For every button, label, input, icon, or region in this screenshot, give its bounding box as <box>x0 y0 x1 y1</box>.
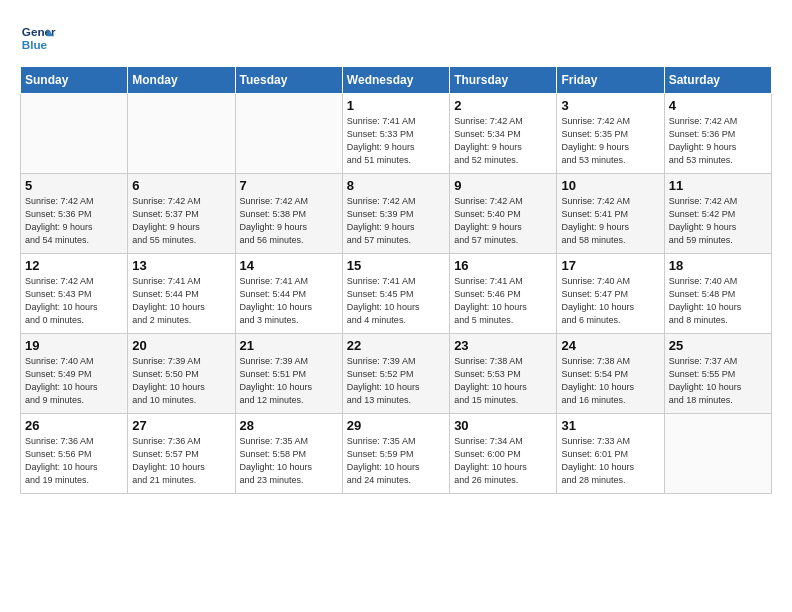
day-number: 11 <box>669 178 767 193</box>
day-info: Sunrise: 7:38 AM Sunset: 5:54 PM Dayligh… <box>561 355 659 407</box>
day-number: 3 <box>561 98 659 113</box>
day-info: Sunrise: 7:41 AM Sunset: 5:46 PM Dayligh… <box>454 275 552 327</box>
calendar-cell: 30Sunrise: 7:34 AM Sunset: 6:00 PM Dayli… <box>450 414 557 494</box>
day-number: 30 <box>454 418 552 433</box>
day-info: Sunrise: 7:36 AM Sunset: 5:56 PM Dayligh… <box>25 435 123 487</box>
day-number: 26 <box>25 418 123 433</box>
day-info: Sunrise: 7:40 AM Sunset: 5:47 PM Dayligh… <box>561 275 659 327</box>
day-info: Sunrise: 7:33 AM Sunset: 6:01 PM Dayligh… <box>561 435 659 487</box>
calendar-cell <box>235 94 342 174</box>
day-number: 17 <box>561 258 659 273</box>
day-info: Sunrise: 7:42 AM Sunset: 5:41 PM Dayligh… <box>561 195 659 247</box>
page-header: General Blue <box>20 20 772 56</box>
day-number: 25 <box>669 338 767 353</box>
day-header-wednesday: Wednesday <box>342 67 449 94</box>
day-number: 6 <box>132 178 230 193</box>
day-info: Sunrise: 7:35 AM Sunset: 5:58 PM Dayligh… <box>240 435 338 487</box>
day-info: Sunrise: 7:42 AM Sunset: 5:36 PM Dayligh… <box>25 195 123 247</box>
calendar-table: SundayMondayTuesdayWednesdayThursdayFrid… <box>20 66 772 494</box>
calendar-cell: 13Sunrise: 7:41 AM Sunset: 5:44 PM Dayli… <box>128 254 235 334</box>
day-info: Sunrise: 7:42 AM Sunset: 5:34 PM Dayligh… <box>454 115 552 167</box>
day-header-sunday: Sunday <box>21 67 128 94</box>
calendar-cell: 12Sunrise: 7:42 AM Sunset: 5:43 PM Dayli… <box>21 254 128 334</box>
day-info: Sunrise: 7:38 AM Sunset: 5:53 PM Dayligh… <box>454 355 552 407</box>
day-info: Sunrise: 7:42 AM Sunset: 5:35 PM Dayligh… <box>561 115 659 167</box>
week-row-3: 12Sunrise: 7:42 AM Sunset: 5:43 PM Dayli… <box>21 254 772 334</box>
calendar-cell: 16Sunrise: 7:41 AM Sunset: 5:46 PM Dayli… <box>450 254 557 334</box>
day-number: 15 <box>347 258 445 273</box>
calendar-cell: 23Sunrise: 7:38 AM Sunset: 5:53 PM Dayli… <box>450 334 557 414</box>
day-number: 9 <box>454 178 552 193</box>
day-number: 29 <box>347 418 445 433</box>
day-number: 22 <box>347 338 445 353</box>
day-info: Sunrise: 7:42 AM Sunset: 5:42 PM Dayligh… <box>669 195 767 247</box>
calendar-cell: 14Sunrise: 7:41 AM Sunset: 5:44 PM Dayli… <box>235 254 342 334</box>
day-info: Sunrise: 7:39 AM Sunset: 5:52 PM Dayligh… <box>347 355 445 407</box>
day-number: 19 <box>25 338 123 353</box>
calendar-cell: 9Sunrise: 7:42 AM Sunset: 5:40 PM Daylig… <box>450 174 557 254</box>
day-number: 28 <box>240 418 338 433</box>
calendar-cell: 22Sunrise: 7:39 AM Sunset: 5:52 PM Dayli… <box>342 334 449 414</box>
week-row-1: 1Sunrise: 7:41 AM Sunset: 5:33 PM Daylig… <box>21 94 772 174</box>
day-info: Sunrise: 7:42 AM Sunset: 5:43 PM Dayligh… <box>25 275 123 327</box>
svg-text:Blue: Blue <box>22 38 48 51</box>
day-info: Sunrise: 7:42 AM Sunset: 5:36 PM Dayligh… <box>669 115 767 167</box>
calendar-cell: 19Sunrise: 7:40 AM Sunset: 5:49 PM Dayli… <box>21 334 128 414</box>
day-number: 14 <box>240 258 338 273</box>
calendar-cell: 8Sunrise: 7:42 AM Sunset: 5:39 PM Daylig… <box>342 174 449 254</box>
day-header-monday: Monday <box>128 67 235 94</box>
day-info: Sunrise: 7:34 AM Sunset: 6:00 PM Dayligh… <box>454 435 552 487</box>
calendar-cell: 6Sunrise: 7:42 AM Sunset: 5:37 PM Daylig… <box>128 174 235 254</box>
day-number: 1 <box>347 98 445 113</box>
calendar-cell: 29Sunrise: 7:35 AM Sunset: 5:59 PM Dayli… <box>342 414 449 494</box>
day-number: 13 <box>132 258 230 273</box>
day-info: Sunrise: 7:42 AM Sunset: 5:37 PM Dayligh… <box>132 195 230 247</box>
day-info: Sunrise: 7:40 AM Sunset: 5:48 PM Dayligh… <box>669 275 767 327</box>
day-number: 2 <box>454 98 552 113</box>
days-header-row: SundayMondayTuesdayWednesdayThursdayFrid… <box>21 67 772 94</box>
day-number: 10 <box>561 178 659 193</box>
calendar-cell: 21Sunrise: 7:39 AM Sunset: 5:51 PM Dayli… <box>235 334 342 414</box>
day-header-tuesday: Tuesday <box>235 67 342 94</box>
week-row-2: 5Sunrise: 7:42 AM Sunset: 5:36 PM Daylig… <box>21 174 772 254</box>
day-number: 12 <box>25 258 123 273</box>
day-header-saturday: Saturday <box>664 67 771 94</box>
day-info: Sunrise: 7:39 AM Sunset: 5:51 PM Dayligh… <box>240 355 338 407</box>
calendar-cell: 3Sunrise: 7:42 AM Sunset: 5:35 PM Daylig… <box>557 94 664 174</box>
week-row-5: 26Sunrise: 7:36 AM Sunset: 5:56 PM Dayli… <box>21 414 772 494</box>
calendar-cell: 26Sunrise: 7:36 AM Sunset: 5:56 PM Dayli… <box>21 414 128 494</box>
week-row-4: 19Sunrise: 7:40 AM Sunset: 5:49 PM Dayli… <box>21 334 772 414</box>
day-info: Sunrise: 7:36 AM Sunset: 5:57 PM Dayligh… <box>132 435 230 487</box>
day-header-friday: Friday <box>557 67 664 94</box>
day-info: Sunrise: 7:41 AM Sunset: 5:44 PM Dayligh… <box>132 275 230 327</box>
calendar-cell: 17Sunrise: 7:40 AM Sunset: 5:47 PM Dayli… <box>557 254 664 334</box>
day-info: Sunrise: 7:42 AM Sunset: 5:39 PM Dayligh… <box>347 195 445 247</box>
calendar-cell <box>128 94 235 174</box>
day-info: Sunrise: 7:40 AM Sunset: 5:49 PM Dayligh… <box>25 355 123 407</box>
day-info: Sunrise: 7:35 AM Sunset: 5:59 PM Dayligh… <box>347 435 445 487</box>
calendar-cell: 20Sunrise: 7:39 AM Sunset: 5:50 PM Dayli… <box>128 334 235 414</box>
calendar-cell: 28Sunrise: 7:35 AM Sunset: 5:58 PM Dayli… <box>235 414 342 494</box>
day-number: 7 <box>240 178 338 193</box>
calendar-cell: 10Sunrise: 7:42 AM Sunset: 5:41 PM Dayli… <box>557 174 664 254</box>
calendar-cell: 15Sunrise: 7:41 AM Sunset: 5:45 PM Dayli… <box>342 254 449 334</box>
calendar-cell: 2Sunrise: 7:42 AM Sunset: 5:34 PM Daylig… <box>450 94 557 174</box>
calendar-cell: 5Sunrise: 7:42 AM Sunset: 5:36 PM Daylig… <box>21 174 128 254</box>
calendar-cell <box>21 94 128 174</box>
day-info: Sunrise: 7:41 AM Sunset: 5:45 PM Dayligh… <box>347 275 445 327</box>
calendar-cell <box>664 414 771 494</box>
day-number: 21 <box>240 338 338 353</box>
calendar-cell: 25Sunrise: 7:37 AM Sunset: 5:55 PM Dayli… <box>664 334 771 414</box>
calendar-cell: 7Sunrise: 7:42 AM Sunset: 5:38 PM Daylig… <box>235 174 342 254</box>
day-number: 31 <box>561 418 659 433</box>
logo-icon: General Blue <box>20 20 56 56</box>
calendar-cell: 24Sunrise: 7:38 AM Sunset: 5:54 PM Dayli… <box>557 334 664 414</box>
calendar-cell: 18Sunrise: 7:40 AM Sunset: 5:48 PM Dayli… <box>664 254 771 334</box>
day-info: Sunrise: 7:37 AM Sunset: 5:55 PM Dayligh… <box>669 355 767 407</box>
day-header-thursday: Thursday <box>450 67 557 94</box>
day-number: 5 <box>25 178 123 193</box>
day-number: 27 <box>132 418 230 433</box>
day-number: 8 <box>347 178 445 193</box>
day-info: Sunrise: 7:39 AM Sunset: 5:50 PM Dayligh… <box>132 355 230 407</box>
day-number: 20 <box>132 338 230 353</box>
